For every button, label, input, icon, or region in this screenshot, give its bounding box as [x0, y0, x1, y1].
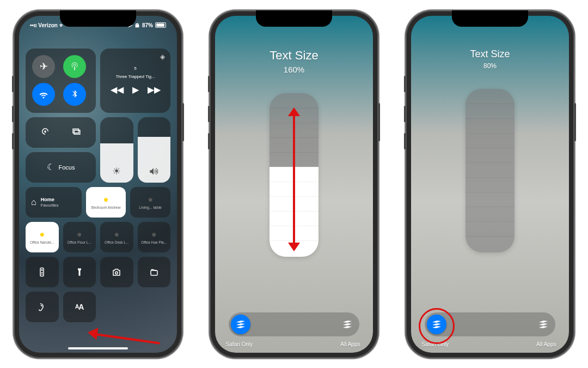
wifi-toggle[interactable]	[32, 83, 55, 106]
battery-pct: 87%	[142, 22, 153, 28]
media-tile[interactable]: ◈ 5 Three Trapped Tig... ◀◀ ▶ ▶▶	[100, 49, 170, 113]
notch	[452, 10, 528, 27]
lock-icon: 🔒︎	[134, 22, 140, 28]
orientation-lock-button[interactable]	[40, 126, 50, 138]
text-size-title: Text Size	[270, 49, 318, 63]
scope-all-apps[interactable]	[338, 315, 357, 334]
svg-rect-2	[41, 272, 43, 273]
play-button[interactable]: ▶	[132, 85, 139, 95]
svg-point-4	[115, 272, 118, 274]
stack-icon	[539, 321, 548, 328]
svg-rect-5	[151, 270, 157, 275]
camera-icon	[112, 267, 121, 277]
large-a-icon: A	[78, 303, 83, 311]
safari-only-label: Safari Only	[226, 341, 253, 347]
notch	[256, 10, 332, 27]
home-title: Home	[41, 197, 59, 202]
volume-slider[interactable]: 🔊︎	[138, 117, 171, 183]
hearing-button[interactable]	[26, 292, 59, 322]
annotation-double-arrow	[292, 108, 296, 250]
annotation-circle	[419, 308, 455, 344]
bulb-icon: ●	[77, 230, 82, 239]
stack-icon	[343, 321, 352, 328]
scope-all-apps[interactable]	[534, 315, 553, 334]
device-tile-label: Office Nanole...	[30, 240, 54, 244]
text-size-panel: Text Size 80%	[411, 16, 569, 353]
home-icon: ⌂	[31, 197, 36, 207]
carrier-label: Verizon	[38, 22, 58, 28]
focus-label: Focus	[59, 164, 75, 171]
text-size-title: Text Size	[470, 49, 510, 60]
svg-rect-3	[41, 274, 43, 275]
flashlight-icon	[75, 267, 84, 277]
phone-control-center: ••ıı Verizon ᯤ ➤ 🔒︎ 87% ✈︎	[14, 10, 182, 358]
remote-button[interactable]	[26, 257, 59, 287]
signal-icon: ••ıı	[30, 22, 37, 28]
scope-labels: Safari Only All Apps	[225, 341, 364, 347]
svg-point-1	[41, 269, 43, 270]
device-tile-label: Office Floor L...	[68, 240, 91, 244]
antenna-icon	[70, 62, 79, 71]
scope-segmented-control[interactable]	[229, 312, 359, 336]
home-indicator[interactable]	[68, 347, 128, 349]
camera-button[interactable]	[100, 257, 133, 287]
flashlight-button[interactable]	[63, 257, 96, 287]
phone-text-size-80: Text Size 80%	[406, 10, 574, 358]
notch	[60, 10, 136, 27]
speaker-icon: 🔊︎	[149, 166, 159, 177]
device-tile-3[interactable]: ● Office Hue Pla...	[138, 222, 171, 252]
bulb-icon: ●	[103, 195, 109, 204]
airplane-mode-toggle[interactable]: ✈︎	[32, 55, 55, 78]
lock-mirror-row	[26, 117, 96, 148]
bluetooth-icon	[70, 89, 79, 99]
wallet-icon	[149, 267, 159, 277]
home-favorites-button[interactable]: ⌂ Home Favorites	[26, 187, 82, 218]
focus-button[interactable]: ☾ Focus	[26, 152, 96, 183]
moon-icon: ☾	[47, 162, 54, 172]
sun-icon: ☀︎	[112, 165, 121, 177]
wallet-button[interactable]	[138, 257, 171, 287]
device-tile-label: Office Desk L...	[105, 240, 128, 244]
bulb-icon: ●	[39, 230, 45, 239]
text-size-percent: 80%	[483, 62, 497, 70]
home-tile-label: Bedroom Andrew	[91, 206, 121, 209]
all-apps-label: All Apps	[536, 341, 556, 347]
stack-icon	[236, 321, 245, 328]
text-size-button[interactable]: AA	[63, 292, 96, 322]
wifi-icon	[39, 89, 48, 99]
control-center: ••ıı Verizon ᯤ ➤ 🔒︎ 87% ✈︎	[19, 16, 177, 353]
annotation-arrow	[95, 331, 161, 336]
device-tile-0[interactable]: ● Office Nanole...	[26, 222, 59, 252]
home-subtitle: Favorites	[41, 203, 59, 208]
ear-icon	[37, 302, 47, 312]
next-button[interactable]: ▶▶	[148, 85, 161, 95]
media-track: Three Trapped Tig...	[115, 74, 155, 79]
home-tile-bedroom[interactable]: ● Bedroom Andrew	[86, 187, 126, 218]
home-tile-living[interactable]: ● Living... table	[130, 187, 170, 218]
device-tile-1[interactable]: ● Office Floor L...	[63, 222, 96, 252]
bulb-icon: ●	[151, 230, 157, 239]
airplay-icon[interactable]: ◈	[160, 53, 165, 61]
phone-text-size-160: Text Size 160%	[210, 10, 378, 358]
device-tile-2[interactable]: ● Office Desk L...	[100, 222, 133, 252]
text-size-percent: 160%	[284, 65, 304, 74]
bulb-icon: ●	[114, 230, 119, 239]
text-size-slider[interactable]	[465, 89, 514, 252]
battery-icon	[155, 22, 166, 28]
bluetooth-toggle[interactable]	[63, 83, 86, 106]
prev-button[interactable]: ◀◀	[111, 85, 124, 95]
connectivity-cluster[interactable]: ✈︎	[26, 49, 96, 113]
device-tile-label: Office Hue Pla...	[141, 240, 167, 244]
screen-mirror-button[interactable]	[71, 126, 81, 138]
media-count: 5	[134, 66, 136, 71]
remote-icon	[37, 267, 47, 277]
bulb-icon: ●	[148, 195, 153, 204]
brightness-slider[interactable]: ☀︎	[100, 117, 133, 183]
home-tile-label: Living... table	[139, 206, 162, 209]
scope-safari-only[interactable]	[231, 315, 250, 334]
all-apps-label: All Apps	[340, 341, 360, 347]
cellular-data-toggle[interactable]	[63, 55, 86, 78]
